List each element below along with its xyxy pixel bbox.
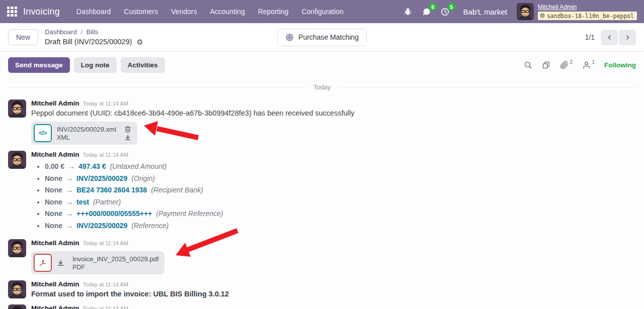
xml-file-icon: </> (34, 124, 52, 142)
expand-panel-icon[interactable] (542, 61, 550, 69)
top-navbar: Invoicing Dashboard Customers Vendors Ac… (0, 0, 644, 23)
breadcrumb-separator: / (80, 28, 83, 36)
delete-attachment-icon[interactable] (124, 126, 131, 133)
attachment-filename: INV/2025/00029.xml (57, 126, 116, 133)
breadcrumb-bills[interactable]: Bills (87, 28, 99, 36)
user-avatar (517, 3, 534, 20)
activities-button[interactable]: Activities (121, 57, 165, 73)
tracking-row-partner: None→test(Partner) (45, 198, 636, 206)
attachment-type: XML (57, 134, 116, 141)
message-partial: Mitchell Admin Today at 11:14 AM (8, 302, 636, 309)
message-import-format: Mitchell Admin Today at 11:14 AM Format … (8, 278, 636, 302)
message-timestamp: Today at 11:14 AM (83, 100, 128, 107)
tracking-arrow-icon: → (66, 198, 73, 206)
menu-vendors[interactable]: Vendors (166, 5, 202, 19)
log-note-button[interactable]: Log note (74, 57, 117, 73)
company-switcher[interactable]: Bab'L market (463, 8, 507, 16)
tracking-arrow-icon: → (66, 186, 73, 194)
target-circles-icon (285, 33, 294, 42)
menu-accounting[interactable]: Accounting (204, 5, 250, 19)
user-name[interactable]: Mitchell Admin (538, 4, 637, 11)
message-avatar[interactable] (8, 239, 26, 257)
message-body: Format used to import the invoice: UBL B… (31, 290, 636, 298)
message-body: Peppol document (UUID: cb418ce6-3b94-490… (31, 109, 636, 117)
messages-count-badge: 6 (429, 3, 437, 11)
main-menu: Dashboard Customers Vendors Accounting R… (71, 5, 349, 19)
tracking-row-reference: None→INV/2025/00029(Reference) (45, 222, 636, 230)
activities-clock-icon[interactable]: 5 (440, 6, 451, 17)
chatter-topbar: Send message Log note Activities 2 1 Fol… (8, 57, 636, 73)
user-menu[interactable]: Mitchell Admin sandbox-18-l10n_be-peppol (517, 3, 637, 20)
message-author[interactable]: Mitchell Admin (31, 99, 79, 107)
menu-configuration[interactable]: Configuration (296, 5, 349, 19)
chevron-right-icon (624, 34, 631, 41)
send-message-button[interactable]: Send message (8, 57, 70, 73)
messages-icon[interactable]: 6 (421, 6, 432, 17)
tracking-row-origin: None→INV/2025/00029(Origin) (45, 174, 636, 182)
breadcrumb: Dashboard / Bills Draft Bill (INV/2025/0… (45, 28, 143, 47)
message-author[interactable]: Mitchell Admin (31, 304, 79, 309)
message-pdf-attachment: Mitchell Admin Today at 11:14 AM Invoice… (8, 237, 636, 278)
database-icon (540, 13, 545, 19)
pdf-file-icon (34, 254, 52, 272)
message-author[interactable]: Mitchell Admin (31, 151, 79, 158)
new-button[interactable]: New (8, 29, 38, 45)
message-avatar[interactable] (8, 304, 26, 309)
message-avatar[interactable] (8, 280, 26, 298)
pager: 1/1 (585, 30, 636, 45)
menu-dashboard[interactable]: Dashboard (71, 5, 117, 19)
bug-icon[interactable] (403, 6, 414, 17)
breadcrumb-dashboard[interactable]: Dashboard (45, 28, 77, 36)
message-avatar[interactable] (8, 99, 26, 118)
tracking-row-payment-reference: None→+++000/0000/05555+++(Payment Refere… (45, 210, 636, 218)
chatter: Send message Log note Activities 2 1 Fol… (0, 52, 644, 309)
purchase-matching-button[interactable]: Purchase Matching (277, 29, 367, 46)
database-tag: sandbox-18-l10n_be-peppol (538, 12, 637, 20)
gear-icon[interactable]: ⚙ (136, 38, 143, 46)
search-messages-icon[interactable] (524, 61, 532, 69)
followers-count: 1 (592, 59, 595, 65)
pager-previous-button[interactable] (601, 30, 618, 45)
tracking-arrow-icon: → (66, 210, 73, 218)
date-divider-label: Today (313, 83, 331, 91)
message-timestamp: Today at 11:14 AM (83, 240, 128, 246)
page-title: Draft Bill (INV/2025/00029) (45, 37, 132, 47)
tracking-arrow-icon: → (66, 222, 73, 230)
message-author[interactable]: Mitchell Admin (31, 239, 79, 247)
control-panel: New Dashboard / Bills Draft Bill (INV/20… (0, 23, 644, 52)
attachment-card-xml[interactable]: </> INV/2025/00029.xml XML (31, 122, 137, 145)
attachments-icon[interactable]: 2 (560, 61, 573, 69)
chevron-left-icon (606, 34, 613, 41)
navbar-systray: 6 5 Bab'L market Mitchell Admin sandbox-… (403, 3, 637, 20)
message-timestamp: Today at 11:14 AM (83, 281, 128, 287)
pager-value: 1/1 (585, 33, 595, 41)
activities-count-badge: 5 (447, 3, 456, 11)
attachment-card-pdf[interactable]: Invoice_INV_2025_00029.pdf PDF (31, 251, 165, 274)
date-divider: Today (8, 83, 636, 91)
following-button[interactable]: Following (604, 61, 636, 69)
message-avatar[interactable] (8, 151, 26, 169)
followers-icon[interactable]: 1 (582, 61, 595, 69)
app-name[interactable]: Invoicing (23, 7, 60, 17)
apps-grid-icon[interactable] (7, 7, 17, 17)
pager-next-button[interactable] (619, 30, 636, 45)
menu-customers[interactable]: Customers (118, 5, 164, 19)
message-author[interactable]: Mitchell Admin (31, 280, 79, 288)
message-timestamp: Today at 11:14 AM (83, 152, 128, 158)
tracking-list: 0.00 €→497.43 €(Untaxed Amount) None→INV… (31, 162, 636, 230)
tracking-row-recipient-bank: None→BE24 7360 2604 1938(Recipient Bank) (45, 186, 636, 194)
message-timestamp: Today at 11:14 AM (83, 305, 128, 309)
message-peppol-received: Mitchell Admin Today at 11:14 AM Peppol … (8, 97, 636, 148)
download-attachment-icon[interactable] (57, 259, 64, 267)
tracking-arrow-icon: → (68, 162, 75, 170)
database-name: sandbox-18-l10n_be-peppol (547, 13, 634, 20)
download-attachment-icon[interactable] (124, 134, 131, 141)
tracking-row-untaxed-amount: 0.00 €→497.43 €(Untaxed Amount) (45, 162, 636, 170)
menu-reporting[interactable]: Reporting (253, 5, 294, 19)
tracking-arrow-icon: → (66, 174, 73, 182)
message-tracking-values: Mitchell Admin Today at 11:14 AM 0.00 €→… (8, 148, 636, 237)
attachment-filename: Invoice_INV_2025_00029.pdf (72, 255, 158, 263)
attachment-type: PDF (72, 264, 158, 271)
attachments-count: 2 (570, 59, 573, 65)
